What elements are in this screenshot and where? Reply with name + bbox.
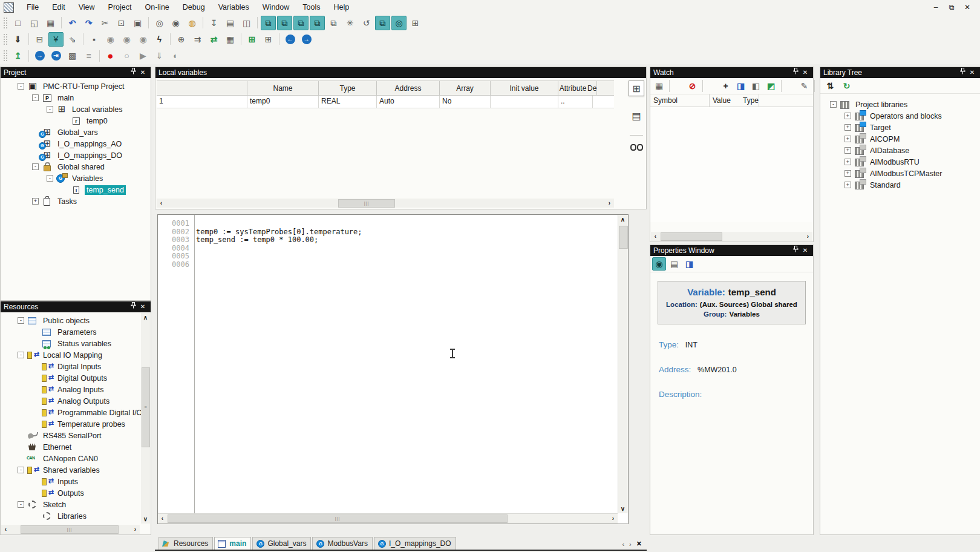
stop-recording-icon[interactable]: ⊘ <box>685 79 699 93</box>
tree-expander-icon[interactable]: - <box>32 163 39 170</box>
online-network-icon[interactable]: ⊕ <box>174 32 189 47</box>
tree-item-ethernet[interactable]: Ethernet <box>1 441 141 453</box>
code-editor[interactable]: 0001 0002 temp0 := sysTempProbes[0].temp… <box>157 214 629 524</box>
target-halt-icon[interactable]: ◉ <box>119 32 134 47</box>
toolbar-grip[interactable] <box>4 18 8 28</box>
tab-close-icon[interactable]: ✕ <box>636 540 642 548</box>
output-window-icon[interactable]: ⧉ <box>277 16 292 30</box>
refresh-libraries-icon[interactable]: ↻ <box>839 79 854 93</box>
tree-item-target[interactable]: + Target <box>828 122 980 133</box>
halt-icon[interactable]: ▪ <box>87 32 102 47</box>
table-cell[interactable]: No <box>440 96 491 108</box>
delete-record-icon[interactable]: ⊞ <box>261 32 276 47</box>
tree-item-tasks[interactable]: + Tasks <box>1 196 151 207</box>
restore-layout-icon[interactable]: ↺ <box>359 16 374 30</box>
tree-expander-icon[interactable]: + <box>844 170 851 177</box>
paste-icon[interactable]: ▣ <box>130 16 145 30</box>
live-debug-icon[interactable]: ⇄ <box>206 32 221 47</box>
connect-icon[interactable]: ¥ <box>48 32 64 47</box>
simulation-mode-icon[interactable]: ◉ <box>103 32 118 47</box>
scroll-right-icon[interactable]: › <box>131 525 140 534</box>
tree-expander-icon[interactable]: + <box>844 182 851 188</box>
tree-item-global-shared[interactable]: - Global shared <box>1 161 151 172</box>
menu-item[interactable]: View <box>72 1 102 14</box>
quick-connect-icon[interactable]: ϟ <box>152 32 167 47</box>
toolbar-separator[interactable] <box>148 17 149 28</box>
watch-window-icon[interactable]: ⧉ <box>293 16 309 30</box>
toolbar-separator[interactable] <box>28 50 29 62</box>
scrollbar-thumb[interactable] <box>619 226 628 249</box>
copy-icon[interactable]: ⊡ <box>114 16 129 30</box>
table-cell[interactable]: .. <box>558 96 587 108</box>
grid-mode-icon[interactable]: ⊞ <box>408 16 423 30</box>
download-code-icon[interactable]: ⇘ <box>65 32 80 47</box>
library-window-icon[interactable]: ⧉ <box>310 16 325 30</box>
grid-view-icon[interactable]: ⊞ <box>629 80 644 96</box>
tree-expander-icon[interactable]: - <box>47 175 53 182</box>
tree-item-local-io-mapping[interactable]: - Local IO Mapping <box>1 349 141 361</box>
toolbar-separator[interactable] <box>61 17 62 28</box>
column-header[interactable]: Value <box>710 94 740 107</box>
navigate-back-icon[interactable]: ← <box>283 32 298 47</box>
tree-expander-icon[interactable]: - <box>18 317 24 324</box>
save-watch-list-icon[interactable]: ◨ <box>734 79 748 93</box>
add-symbol-icon[interactable]: + <box>719 79 733 93</box>
tree-item-main[interactable]: - P main <box>1 92 151 104</box>
play-icon[interactable]: ▶ <box>136 48 151 63</box>
project-window-icon[interactable]: ⧉ <box>261 16 276 30</box>
toolbar-grip[interactable] <box>4 50 8 61</box>
print-icon[interactable]: ▤ <box>223 16 238 30</box>
tree-item-standard[interactable]: + Standard <box>828 179 980 191</box>
toolbar-separator[interactable] <box>702 80 716 92</box>
watch-list-empty[interactable] <box>650 107 813 222</box>
close-icon[interactable]: ✕ <box>138 302 148 312</box>
tab-global-vars[interactable]: Global_vars <box>252 537 311 550</box>
print-properties-icon[interactable]: ▤ <box>667 257 681 271</box>
tree-item-aicopm[interactable]: + AICOPM <box>828 133 980 145</box>
insert-record-icon[interactable]: ⊞ <box>244 32 260 47</box>
menu-item[interactable]: Tools <box>296 1 327 14</box>
toolbar-separator[interactable] <box>669 80 682 92</box>
toolbar-separator[interactable] <box>241 33 241 45</box>
code-line[interactable]: 0003 temp_send := temp0 * 100.00; <box>158 236 616 245</box>
scrollbar-thumb[interactable]: ||| <box>338 199 395 208</box>
tree-item-project-root[interactable]: - ▣ PMC-RTU-Temp Project <box>1 80 151 92</box>
close-icon[interactable]: ✕ <box>800 68 810 77</box>
tree-item-rs485-serialport[interactable]: RS485 SerialPort <box>1 430 141 441</box>
table-cell[interactable]: 1 <box>157 96 247 108</box>
tree-item-temperature-probes[interactable]: Temperature probes <box>1 418 141 430</box>
pin-icon[interactable] <box>791 68 800 77</box>
tab-main[interactable]: main <box>214 537 251 550</box>
tree-expander-icon[interactable]: - <box>18 83 24 90</box>
menu-item[interactable]: Window <box>256 1 296 14</box>
tree-item-variables[interactable]: - Variables <box>1 172 151 184</box>
tree-item-temp0[interactable]: r temp0 <box>1 115 151 126</box>
toolbar-separator[interactable] <box>279 33 279 45</box>
open-watch-list-icon[interactable]: ◧ <box>749 79 763 93</box>
toolbar-separator[interactable] <box>781 80 794 92</box>
minimize-icon[interactable]: – <box>929 3 942 12</box>
cut-icon[interactable]: ✂ <box>97 16 113 30</box>
table-horizontal-scrollbar[interactable]: ‹ ||| › <box>157 199 614 208</box>
tree-expander-icon[interactable]: + <box>32 198 39 205</box>
resources-horizontal-scrollbar[interactable]: ‹ ||| › <box>1 525 140 534</box>
tree-expander-icon[interactable]: + <box>844 159 851 165</box>
scroll-down-icon[interactable]: ∨ <box>618 504 627 513</box>
menu-item[interactable]: Project <box>102 1 139 14</box>
tree-item-analog-outputs[interactable]: Analog Outputs <box>1 395 141 407</box>
editor-horizontal-scrollbar[interactable]: ‹ ||| › <box>158 513 618 524</box>
cross-reference-icon[interactable]: ◎ <box>391 16 407 30</box>
column-header[interactable]: Type <box>740 94 759 107</box>
tree-item-local-variables[interactable]: - ⊞ Local variables <box>1 104 151 115</box>
scroll-right-icon[interactable]: › <box>609 514 618 523</box>
save-properties-icon[interactable]: ◨ <box>682 257 696 271</box>
compile-icon[interactable]: ⇓ <box>10 32 25 47</box>
breakpoint-icon[interactable]: ◐ <box>168 48 183 63</box>
scrollbar-thumb[interactable]: ||| <box>168 514 508 523</box>
find-next-icon[interactable]: ◉ <box>168 16 183 30</box>
tree-item-temp-send[interactable]: i temp_send <box>1 184 151 196</box>
close-icon[interactable]: ✕ <box>967 68 977 77</box>
step-icon[interactable]: ⇓ <box>152 48 167 63</box>
tree-expander-icon[interactable]: - <box>18 352 24 358</box>
resources-vertical-scrollbar[interactable]: ∧ ≡ ∨ <box>141 313 150 524</box>
